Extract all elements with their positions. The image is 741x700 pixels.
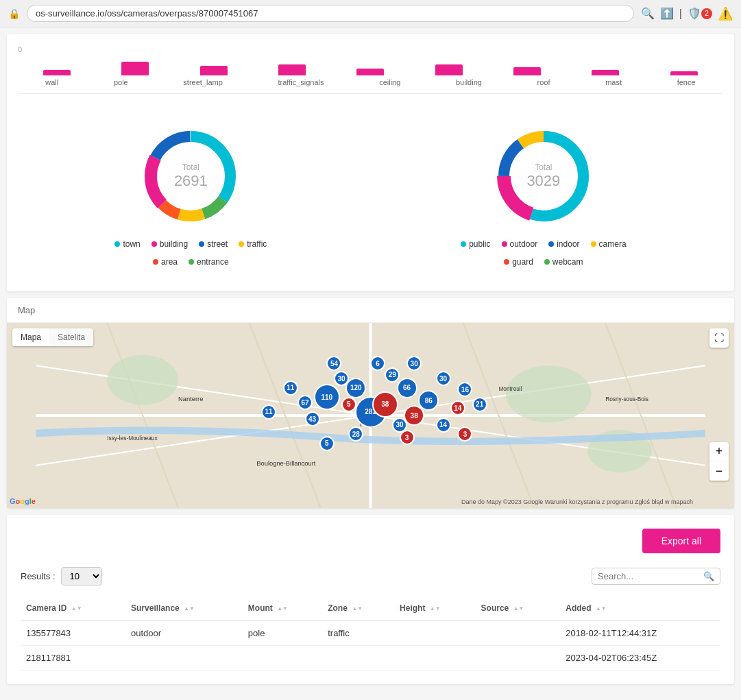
tab-map[interactable]: Mapa [12, 328, 49, 346]
cluster-red-1[interactable]: 38 [372, 391, 398, 418]
th-mount[interactable]: Mount ▲▼ [243, 596, 322, 620]
cell-zone-1 [322, 646, 394, 671]
donut-left-chart: Total 2691 [136, 121, 245, 231]
clusters-layer: 281 110 120 66 86 43 11 11 30 29 30 16 2… [7, 323, 734, 508]
export-all-button[interactable]: Export all [642, 529, 720, 553]
map-tabs[interactable]: Mapa Satelita [12, 328, 93, 346]
th-camera-id[interactable]: Camera ID ▲▼ [21, 596, 125, 620]
table-header: Camera ID ▲▼ Surveillance ▲▼ Mount ▲▼ Zo… [21, 596, 720, 620]
cluster-s2[interactable]: 54 [326, 356, 341, 371]
search-box[interactable]: 🔍 [592, 568, 720, 585]
donut-right-label: Total [526, 162, 560, 172]
cluster-red-2[interactable]: 38 [404, 405, 424, 426]
label-wall: wall [45, 78, 58, 86]
cluster-14[interactable]: 28 [348, 426, 363, 442]
cell-added-1: 2023-04-02T06:23:45Z [560, 646, 720, 671]
cluster-7[interactable]: 11 [283, 381, 298, 396]
cluster-5[interactable]: 43 [305, 411, 320, 426]
legend-public: public [461, 239, 490, 249]
zoom-out-button[interactable]: − [709, 461, 729, 481]
bar-chart-bars [18, 55, 723, 75]
cluster-red-5[interactable]: 3 [457, 426, 472, 442]
legend-dot-camera [591, 241, 596, 247]
sort-added[interactable]: ▲▼ [596, 605, 607, 612]
bar-ceiling [356, 69, 384, 75]
sort-zone[interactable]: ▲▼ [352, 605, 363, 612]
sort-mount[interactable]: ▲▼ [277, 605, 288, 612]
donut-left: Total 2691 town building stre [114, 121, 267, 267]
cluster-2[interactable]: 120 [345, 378, 366, 398]
cluster-10[interactable]: 30 [436, 371, 451, 386]
cluster-3[interactable]: 66 [397, 378, 417, 398]
cluster-s4[interactable]: 30 [406, 356, 422, 371]
cell-surveillance-0: outdoor [125, 620, 243, 646]
legend-area: area [153, 257, 178, 267]
cluster-16[interactable]: 14 [436, 418, 451, 433]
legend-label-area: area [161, 257, 178, 267]
legend-camera: camera [591, 239, 627, 249]
cluster-11[interactable]: 16 [457, 382, 472, 397]
donut-left-legend: town building street traffic [114, 239, 267, 249]
sort-camera-id[interactable]: ▲▼ [71, 605, 82, 612]
th-label-surveillance: Surveillance [131, 603, 180, 613]
th-added[interactable]: Added ▲▼ [560, 596, 720, 620]
donuts-row: Total 2691 town building stre [18, 108, 723, 280]
legend-dot-street [199, 241, 204, 247]
map-section: Map Mapa Satelita ⛶ [7, 298, 734, 508]
results-per-page-select[interactable]: 10 25 50 100 [61, 567, 102, 586]
legend-dot-public [461, 241, 466, 247]
page-content: 0 wall pole street_lamp traffic_signals … [0, 34, 741, 684]
legend-label-outdoor: outdoor [510, 239, 538, 249]
cluster-15[interactable]: 5 [319, 436, 335, 451]
legend-dot-guard [504, 259, 509, 265]
legend-traffic: traffic [239, 239, 267, 249]
cell-mount-1 [243, 646, 322, 671]
alert-icon[interactable]: ⚠️ [718, 6, 733, 21]
legend-label-guard: guard [512, 257, 533, 267]
label-traffic-signals: traffic_signals [278, 78, 324, 86]
label-fence: fence [677, 78, 696, 86]
search-input[interactable] [598, 571, 701, 581]
cluster-s1[interactable]: 67 [297, 395, 313, 410]
tab-satellite[interactable]: Satelita [49, 328, 93, 346]
th-label-height: Height [400, 603, 425, 613]
extension-icon[interactable]: 🛡️2 [688, 7, 712, 20]
cluster-6[interactable]: 11 [261, 405, 276, 420]
cluster-red-3[interactable]: 5 [341, 397, 356, 412]
fullscreen-button[interactable]: ⛶ [709, 328, 729, 348]
cluster-red-6[interactable]: 3 [400, 430, 415, 445]
th-surveillance[interactable]: Surveillance ▲▼ [125, 596, 243, 620]
sort-surveillance[interactable]: ▲▼ [184, 605, 195, 612]
cluster-1[interactable]: 110 [314, 384, 340, 410]
search-icon[interactable]: 🔍 [703, 571, 714, 581]
cell-zone-0: traffic [322, 620, 394, 646]
th-zone[interactable]: Zone ▲▼ [322, 596, 394, 620]
th-source[interactable]: Source ▲▼ [476, 596, 561, 620]
legend-label-indoor: indoor [557, 239, 579, 249]
legend-webcam: webcam [544, 257, 583, 267]
map-container[interactable]: Mapa Satelita ⛶ [7, 323, 734, 508]
cluster-9[interactable]: 29 [385, 367, 400, 383]
legend-entrance: entrance [189, 257, 229, 267]
legend-label-building: building [160, 239, 188, 249]
label-pole: pole [114, 78, 128, 86]
cell-added-0: 2018-02-11T12:44:31Z [560, 620, 720, 646]
sort-height[interactable]: ▲▼ [430, 605, 441, 612]
url-bar[interactable]: os-surveillance.io/oss/cameras/overpass/… [27, 5, 634, 22]
legend-dot-entrance [189, 259, 194, 265]
sort-source[interactable]: ▲▼ [513, 605, 524, 612]
cluster-red-4[interactable]: 14 [450, 400, 465, 415]
th-label-source: Source [481, 603, 509, 613]
map-zoom-controls[interactable]: + − [709, 442, 729, 481]
share-icon[interactable]: ⬆️ [660, 7, 674, 20]
cluster-s3[interactable]: 6 [370, 356, 385, 371]
search-icon[interactable]: 🔍 [641, 7, 655, 20]
cell-camera-id-0: 135577843 [21, 620, 125, 646]
zoom-in-button[interactable]: + [709, 442, 729, 461]
label-building: building [456, 78, 482, 86]
th-height[interactable]: Height ▲▼ [394, 596, 475, 620]
cluster-8[interactable]: 30 [334, 371, 349, 386]
legend-dot-indoor [548, 241, 554, 247]
cell-mount-0: pole [243, 620, 322, 646]
cluster-12[interactable]: 21 [472, 397, 487, 412]
